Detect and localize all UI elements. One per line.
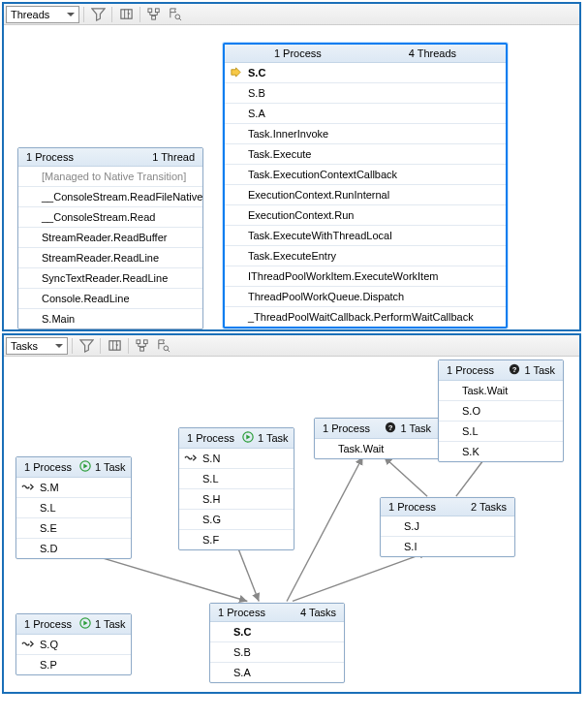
row-text: S.E [40, 522, 57, 534]
stack-box-selected[interactable]: 1 Process 4 Threads S.CS.BS.ATask.InnerI… [223, 43, 508, 328]
stack-row[interactable]: ExecutionContext.RunInternal [225, 185, 506, 205]
stack-row[interactable]: S.C [225, 63, 506, 83]
stack-row[interactable]: S.L [16, 498, 131, 518]
row-text: Task.ExecuteWithThreadLocal [248, 230, 392, 241]
stack-row[interactable]: Console.ReadLine [18, 289, 202, 309]
task-box[interactable]: 1 Process?1 TaskTask.WaitS.OS.LS.K [438, 360, 564, 462]
row-text: S.F [202, 534, 219, 546]
stack-row[interactable]: S.P [16, 655, 131, 674]
svg-rect-8 [109, 341, 120, 350]
tasks-canvas: 1 Process1 TaskS.MS.LS.ES.D1 Process1 Ta… [4, 357, 579, 692]
row-text: S.A [233, 667, 251, 678]
task-box[interactable]: 1 Process?1 TaskTask.Wait [314, 418, 440, 459]
stack-row[interactable]: __ConsoleStream.ReadFileNative [18, 187, 202, 207]
stack-row[interactable]: S.Main [18, 309, 202, 328]
row-text: StreamReader.ReadBuffer [42, 232, 167, 243]
async-icon [20, 480, 34, 493]
stack-row[interactable]: __ConsoleStream.Read [18, 207, 202, 228]
stack-row[interactable]: S.H [179, 489, 294, 510]
stack-row[interactable]: S.N [179, 449, 294, 469]
stack-row[interactable]: Task.Wait [315, 439, 439, 458]
stack-row[interactable]: Task.ExecuteEntry [225, 246, 506, 266]
task-box[interactable]: 1 Process2 TasksS.JS.I [380, 497, 515, 557]
stack-row[interactable]: Task.InnerInvoke [225, 124, 506, 144]
stack-row[interactable]: S.O [439, 401, 563, 422]
row-text: ThreadPoolWorkQueue.Dispatch [248, 291, 404, 302]
view-dropdown[interactable]: Threads [6, 6, 79, 23]
stack-row[interactable]: S.L [439, 422, 563, 442]
task-box[interactable]: 1 Process1 TaskS.NS.LS.HS.GS.F [178, 427, 294, 550]
filter-icon[interactable] [77, 336, 96, 356]
stack-row[interactable]: S.M [16, 478, 131, 498]
head-a: 1 Process [218, 607, 265, 618]
task-box[interactable]: 1 Process4 TasksS.CS.BS.A [209, 603, 345, 683]
stack-row[interactable]: S.D [16, 539, 131, 558]
box-header: 1 Process4 Tasks [210, 604, 344, 622]
stack-row[interactable]: S.B [225, 83, 506, 104]
stack-row[interactable]: Task.Wait [439, 381, 563, 401]
row-text: S.C [248, 67, 265, 78]
tree-icon[interactable] [144, 5, 164, 24]
stack-row[interactable]: S.J [381, 516, 514, 537]
stack-row[interactable]: _ThreadPoolWaitCallback.PerformWaitCallb… [225, 307, 506, 327]
row-text: _ThreadPoolWaitCallback.PerformWaitCallb… [248, 311, 474, 323]
row-text: SyncTextReader.ReadLine [42, 272, 168, 284]
play-icon [242, 431, 254, 445]
stack-row[interactable]: ExecutionContext.Run [225, 205, 506, 226]
stack-row[interactable]: S.B [210, 642, 344, 663]
svg-line-15 [168, 350, 170, 352]
filter-icon[interactable] [88, 5, 108, 24]
column-icon[interactable] [105, 336, 124, 356]
stack-row[interactable]: SyncTextReader.ReadLine [18, 268, 202, 289]
svg-point-6 [175, 15, 180, 19]
row-text: S.M [40, 482, 59, 493]
stack-row[interactable]: S.A [210, 663, 344, 682]
toolbar: Threads [4, 4, 579, 25]
head-b: 4 Threads [409, 47, 456, 59]
stack-row[interactable]: StreamReader.ReadBuffer [18, 228, 202, 248]
row-text: S.L [40, 502, 56, 514]
stack-row[interactable]: S.E [16, 518, 131, 539]
head-a: 1 Process [447, 364, 494, 376]
stack-row[interactable]: S.K [439, 442, 563, 461]
row-text: IThreadPoolWorkItem.ExecuteWorkItem [248, 270, 438, 282]
row-text: S.G [202, 514, 221, 525]
head-a: 1 Process [323, 422, 370, 434]
task-box[interactable]: 1 Process1 TaskS.MS.LS.ES.D [15, 456, 132, 559]
view-dropdown[interactable]: Tasks [6, 337, 68, 355]
async-icon [20, 637, 34, 650]
stack-row[interactable]: [Managed to Native Transition] [18, 167, 202, 187]
stack-row[interactable]: ThreadPoolWorkQueue.Dispatch [225, 287, 506, 307]
row-text: S.A [248, 108, 265, 119]
svg-rect-0 [121, 10, 132, 18]
flag-search-icon[interactable] [165, 5, 184, 24]
head-a: 1 Process [26, 151, 74, 163]
svg-line-18 [287, 456, 362, 601]
stack-row[interactable]: IThreadPoolWorkItem.ExecuteWorkItem [225, 266, 506, 287]
stack-row[interactable]: S.L [179, 469, 294, 489]
stack-row[interactable]: Task.ExecutionContextCallback [225, 165, 506, 185]
box-header: 1 Process2 Tasks [381, 498, 514, 516]
stack-row[interactable]: S.F [179, 530, 294, 549]
stack-row[interactable]: StreamReader.ReadLine [18, 248, 202, 268]
svg-rect-11 [137, 340, 140, 344]
stack-box[interactable]: 1 Process 1 Thread [Managed to Native Tr… [17, 147, 203, 329]
head-b: 1 Task [258, 432, 289, 444]
flag-search-icon[interactable] [153, 336, 172, 356]
head-a: 1 Process [187, 432, 234, 444]
stack-row[interactable]: S.I [381, 537, 514, 556]
stack-row[interactable]: Task.ExecuteWithThreadLocal [225, 226, 506, 246]
head-b: 1 Task [95, 618, 126, 630]
row-text: Task.ExecutionContextCallback [248, 169, 397, 180]
stack-row[interactable]: S.A [225, 104, 506, 124]
stack-row[interactable]: S.G [179, 510, 294, 530]
head-b: 4 Tasks [300, 607, 336, 618]
stack-row[interactable]: Task.Execute [225, 144, 506, 165]
head-b: 1 Task [95, 461, 126, 473]
task-box[interactable]: 1 Process1 TaskS.QS.P [15, 613, 132, 675]
tree-icon[interactable] [133, 336, 152, 356]
stack-row[interactable]: S.C [210, 622, 344, 642]
row-text: S.Q [40, 639, 58, 650]
stack-row[interactable]: S.Q [16, 635, 131, 655]
column-icon[interactable] [116, 5, 136, 24]
